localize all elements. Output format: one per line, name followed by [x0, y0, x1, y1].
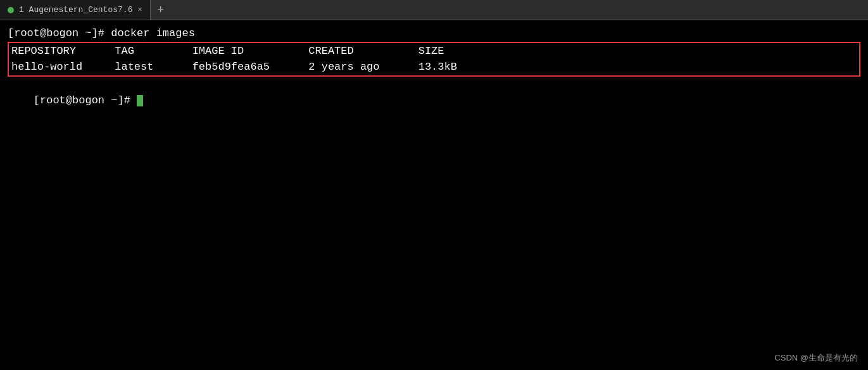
terminal-area[interactable]: [root@bogon ~]# docker images REPOSITORY… — [0, 20, 868, 370]
watermark: CSDN @生命是有光的 — [774, 352, 858, 364]
cursor — [137, 95, 143, 106]
prompt-text: [root@bogon ~]# — [34, 94, 137, 106]
terminal-tab[interactable]: 1 Augenestern_Centos7.6 × — [0, 0, 151, 20]
prompt-line: [root@bogon ~]# — [8, 77, 860, 125]
docker-images-table: REPOSITORY TAG IMAGE ID CREATED SIZE hel… — [8, 42, 860, 77]
tab-status-dot — [8, 7, 14, 13]
table-header-row: REPOSITORY TAG IMAGE ID CREATED SIZE — [9, 43, 859, 60]
command-line: [root@bogon ~]# docker images — [8, 25, 860, 42]
new-tab-button[interactable]: + — [151, 0, 171, 20]
table-data-row: hello-world latest feb5d9fea6a5 2 years … — [9, 59, 859, 75]
tab-close-button[interactable]: × — [137, 6, 142, 15]
title-bar: 1 Augenestern_Centos7.6 × + — [0, 0, 868, 20]
tab-label: 1 Augenestern_Centos7.6 — [19, 5, 132, 15]
